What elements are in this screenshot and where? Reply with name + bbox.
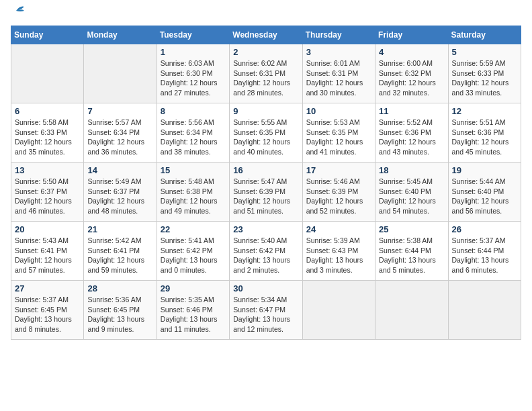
calendar-cell: 26Sunrise: 5:37 AM Sunset: 6:44 PM Dayli… [448, 222, 521, 281]
day-info: Sunrise: 5:41 AM Sunset: 6:42 PM Dayligh… [161, 236, 226, 275]
calendar-week-row: 1Sunrise: 6:03 AM Sunset: 6:30 PM Daylig… [11, 44, 521, 103]
calendar-cell: 2Sunrise: 6:02 AM Sunset: 6:31 PM Daylig… [230, 44, 302, 103]
day-number: 1 [161, 47, 226, 57]
calendar-cell: 12Sunrise: 5:51 AM Sunset: 6:36 PM Dayli… [448, 103, 521, 163]
day-number: 27 [15, 283, 80, 293]
calendar-cell: 29Sunrise: 5:35 AM Sunset: 6:46 PM Dayli… [157, 281, 229, 340]
calendar-table: SundayMondayTuesdayWednesdayThursdayFrid… [11, 26, 521, 340]
day-number: 2 [233, 47, 298, 57]
calendar-cell: 30Sunrise: 5:34 AM Sunset: 6:47 PM Dayli… [230, 281, 302, 340]
day-number: 5 [452, 47, 517, 57]
calendar-cell: 9Sunrise: 5:55 AM Sunset: 6:35 PM Daylig… [230, 103, 302, 163]
day-info: Sunrise: 5:53 AM Sunset: 6:35 PM Dayligh… [306, 118, 371, 157]
day-info: Sunrise: 5:34 AM Sunset: 6:47 PM Dayligh… [233, 295, 298, 334]
col-header-thursday: Thursday [302, 26, 375, 44]
calendar-cell: 16Sunrise: 5:47 AM Sunset: 6:39 PM Dayli… [230, 163, 302, 222]
day-number: 29 [161, 283, 226, 293]
day-number: 14 [87, 165, 152, 175]
calendar-cell: 3Sunrise: 6:01 AM Sunset: 6:31 PM Daylig… [302, 44, 375, 103]
calendar-cell: 20Sunrise: 5:43 AM Sunset: 6:41 PM Dayli… [11, 222, 84, 281]
calendar-cell: 13Sunrise: 5:50 AM Sunset: 6:37 PM Dayli… [11, 163, 84, 222]
calendar-cell [448, 281, 521, 340]
calendar-cell [302, 281, 375, 340]
col-header-saturday: Saturday [448, 26, 521, 44]
calendar-cell: 19Sunrise: 5:44 AM Sunset: 6:40 PM Dayli… [448, 163, 521, 222]
calendar-cell: 27Sunrise: 5:37 AM Sunset: 6:45 PM Dayli… [11, 281, 84, 340]
day-info: Sunrise: 6:02 AM Sunset: 6:31 PM Dayligh… [233, 58, 298, 98]
calendar-cell: 23Sunrise: 5:40 AM Sunset: 6:42 PM Dayli… [230, 222, 302, 281]
day-number: 13 [15, 165, 80, 175]
calendar-cell: 22Sunrise: 5:41 AM Sunset: 6:42 PM Dayli… [157, 222, 229, 281]
calendar-cell: 17Sunrise: 5:46 AM Sunset: 6:39 PM Dayli… [302, 163, 375, 222]
day-info: Sunrise: 5:45 AM Sunset: 6:40 PM Dayligh… [379, 177, 444, 216]
day-number: 11 [379, 106, 444, 116]
calendar-cell [84, 44, 157, 103]
col-header-tuesday: Tuesday [157, 26, 229, 44]
day-number: 15 [161, 165, 226, 175]
calendar-cell: 6Sunrise: 5:58 AM Sunset: 6:33 PM Daylig… [11, 103, 84, 163]
day-number: 9 [233, 106, 298, 116]
day-info: Sunrise: 5:52 AM Sunset: 6:36 PM Dayligh… [379, 118, 444, 157]
day-info: Sunrise: 5:58 AM Sunset: 6:33 PM Dayligh… [15, 118, 80, 157]
calendar-week-row: 6Sunrise: 5:58 AM Sunset: 6:33 PM Daylig… [11, 103, 521, 163]
day-number: 3 [306, 47, 371, 57]
day-info: Sunrise: 5:36 AM Sunset: 6:45 PM Dayligh… [87, 295, 152, 334]
calendar-cell: 15Sunrise: 5:48 AM Sunset: 6:38 PM Dayli… [157, 163, 229, 222]
day-number: 16 [233, 165, 298, 175]
calendar-cell: 14Sunrise: 5:49 AM Sunset: 6:37 PM Dayli… [84, 163, 157, 222]
calendar-cell: 1Sunrise: 6:03 AM Sunset: 6:30 PM Daylig… [157, 44, 229, 103]
calendar-cell: 18Sunrise: 5:45 AM Sunset: 6:40 PM Dayli… [375, 163, 448, 222]
calendar-cell: 24Sunrise: 5:39 AM Sunset: 6:43 PM Dayli… [302, 222, 375, 281]
day-info: Sunrise: 5:56 AM Sunset: 6:34 PM Dayligh… [161, 118, 226, 157]
calendar-body: 1Sunrise: 6:03 AM Sunset: 6:30 PM Daylig… [11, 44, 521, 340]
day-number: 23 [233, 224, 298, 234]
col-header-wednesday: Wednesday [230, 26, 302, 44]
calendar-cell: 8Sunrise: 5:56 AM Sunset: 6:34 PM Daylig… [157, 103, 229, 163]
calendar-cell: 25Sunrise: 5:38 AM Sunset: 6:44 PM Dayli… [375, 222, 448, 281]
calendar-cell [11, 44, 84, 103]
col-header-friday: Friday [375, 26, 448, 44]
day-info: Sunrise: 5:50 AM Sunset: 6:37 PM Dayligh… [15, 177, 80, 216]
calendar-cell [375, 281, 448, 340]
calendar-cell: 28Sunrise: 5:36 AM Sunset: 6:45 PM Dayli… [84, 281, 157, 340]
day-number: 8 [161, 106, 226, 116]
day-info: Sunrise: 6:01 AM Sunset: 6:31 PM Dayligh… [306, 58, 371, 98]
calendar-cell: 10Sunrise: 5:53 AM Sunset: 6:35 PM Dayli… [302, 103, 375, 163]
day-info: Sunrise: 5:59 AM Sunset: 6:33 PM Dayligh… [452, 58, 517, 98]
day-info: Sunrise: 5:46 AM Sunset: 6:39 PM Dayligh… [306, 177, 371, 216]
day-info: Sunrise: 6:00 AM Sunset: 6:32 PM Dayligh… [379, 58, 444, 98]
calendar-week-row: 27Sunrise: 5:37 AM Sunset: 6:45 PM Dayli… [11, 281, 521, 340]
day-number: 26 [452, 224, 517, 234]
logo [11, 11, 26, 17]
day-info: Sunrise: 5:38 AM Sunset: 6:44 PM Dayligh… [379, 236, 444, 275]
day-info: Sunrise: 5:43 AM Sunset: 6:41 PM Dayligh… [15, 236, 80, 275]
day-info: Sunrise: 5:37 AM Sunset: 6:45 PM Dayligh… [15, 295, 80, 334]
day-info: Sunrise: 5:44 AM Sunset: 6:40 PM Dayligh… [452, 177, 517, 216]
calendar-week-row: 20Sunrise: 5:43 AM Sunset: 6:41 PM Dayli… [11, 222, 521, 281]
calendar-cell: 21Sunrise: 5:42 AM Sunset: 6:41 PM Dayli… [84, 222, 157, 281]
day-number: 4 [379, 47, 444, 57]
day-info: Sunrise: 5:40 AM Sunset: 6:42 PM Dayligh… [233, 236, 298, 275]
calendar-cell: 4Sunrise: 6:00 AM Sunset: 6:32 PM Daylig… [375, 44, 448, 103]
day-number: 20 [15, 224, 80, 234]
day-number: 19 [452, 165, 517, 175]
day-number: 30 [233, 283, 298, 293]
day-number: 21 [87, 224, 152, 234]
day-info: Sunrise: 5:42 AM Sunset: 6:41 PM Dayligh… [87, 236, 152, 275]
col-header-monday: Monday [84, 26, 157, 44]
day-info: Sunrise: 5:57 AM Sunset: 6:34 PM Dayligh… [87, 118, 152, 157]
logo-bird-icon [7, 4, 26, 17]
calendar-header-row: SundayMondayTuesdayWednesdayThursdayFrid… [11, 26, 521, 44]
day-number: 22 [161, 224, 226, 234]
day-number: 25 [379, 224, 444, 234]
day-number: 24 [306, 224, 371, 234]
col-header-sunday: Sunday [11, 26, 84, 44]
day-info: Sunrise: 5:47 AM Sunset: 6:39 PM Dayligh… [233, 177, 298, 216]
day-number: 10 [306, 106, 371, 116]
calendar-week-row: 13Sunrise: 5:50 AM Sunset: 6:37 PM Dayli… [11, 163, 521, 222]
calendar-cell: 11Sunrise: 5:52 AM Sunset: 6:36 PM Dayli… [375, 103, 448, 163]
day-number: 7 [87, 106, 152, 116]
day-info: Sunrise: 5:37 AM Sunset: 6:44 PM Dayligh… [452, 236, 517, 275]
day-number: 17 [306, 165, 371, 175]
day-number: 28 [87, 283, 152, 293]
